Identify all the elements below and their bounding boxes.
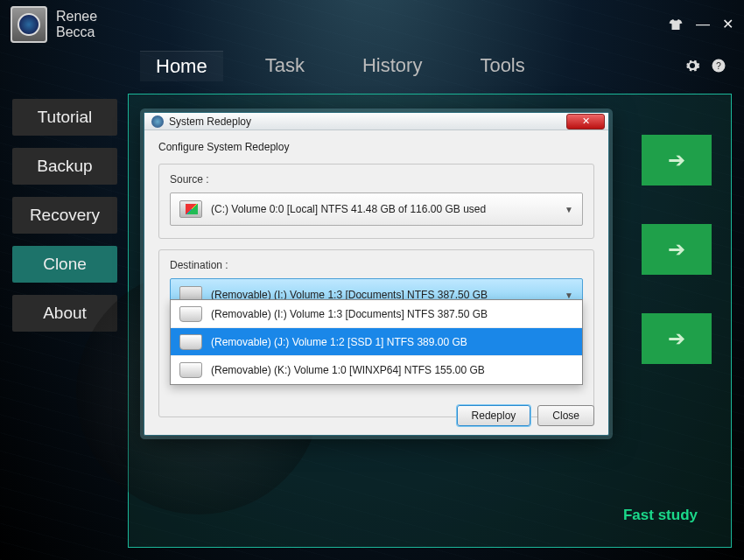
dialog-titlebar[interactable]: System Redeploy ✕	[144, 113, 608, 130]
destination-label: Destination :	[170, 259, 583, 271]
destination-dropdown: (Removable) (I:) Volume 1:3 [Documents] …	[170, 299, 583, 385]
arrow-right-icon: ➔	[668, 148, 685, 172]
app-logo	[11, 6, 47, 43]
destination-group: Destination : (Removable) (I:) Volume 1:…	[158, 249, 594, 417]
fast-study-link[interactable]: Fast study	[623, 507, 698, 524]
minimize-button[interactable]: —	[696, 17, 710, 32]
destination-option-label: (Removable) (I:) Volume 1:3 [Documents] …	[211, 308, 488, 320]
system-redeploy-dialog: System Redeploy ✕ Configure System Redep…	[144, 112, 609, 436]
sidebar-item-recovery[interactable]: Recovery	[12, 197, 117, 234]
gear-icon[interactable]	[684, 58, 700, 74]
close-window-button[interactable]: ✕	[722, 16, 733, 32]
tab-history[interactable]: History	[347, 51, 438, 80]
nav-tabs: Home Task History Tools ?	[0, 48, 744, 83]
destination-option-0[interactable]: (Removable) (I:) Volume 1:3 [Documents] …	[171, 300, 582, 328]
tshirt-icon[interactable]	[668, 18, 684, 31]
arrow-right-icon: ➔	[668, 326, 685, 351]
redeploy-button[interactable]: Redeploy	[457, 405, 531, 426]
destination-option-2[interactable]: (Removable) (K:) Volume 1:0 [WINXP64] NT…	[171, 356, 582, 384]
source-group: Source : (C:) Volume 0:0 [Local] NTFS 41…	[158, 164, 594, 239]
source-combo[interactable]: (C:) Volume 0:0 [Local] NTFS 41.48 GB of…	[170, 192, 583, 226]
source-value: (C:) Volume 0:0 [Local] NTFS 41.48 GB of…	[211, 203, 486, 215]
arrow-right-icon: ➔	[668, 237, 685, 262]
removable-drive-icon	[179, 334, 202, 350]
dialog-title-text: System Redeploy	[169, 116, 251, 128]
destination-option-label: (Removable) (K:) Volume 1:0 [WINXP64] NT…	[211, 364, 485, 376]
app-title-line1: Renee	[56, 9, 97, 24]
action-card-3[interactable]: ➔	[642, 313, 712, 364]
removable-drive-icon	[179, 362, 202, 378]
tab-task[interactable]: Task	[249, 51, 320, 80]
tab-tools[interactable]: Tools	[464, 51, 540, 80]
action-card-1[interactable]: ➔	[642, 135, 712, 186]
windows-drive-icon	[179, 200, 202, 218]
chevron-down-icon: ▼	[565, 205, 573, 214]
destination-option-label: (Removable) (J:) Volume 1:2 [SSD 1] NTFS…	[211, 336, 467, 348]
titlebar: Renee Becca — ✕	[0, 0, 744, 48]
sidebar-item-clone[interactable]: Clone	[12, 246, 117, 283]
removable-drive-icon	[179, 306, 202, 322]
help-icon[interactable]: ?	[711, 58, 726, 74]
chevron-down-icon: ▼	[565, 290, 573, 300]
source-label: Source :	[170, 173, 583, 186]
action-card-2[interactable]: ➔	[642, 224, 712, 275]
svg-text:?: ?	[716, 60, 721, 71]
dialog-subtitle: Configure System Redeploy	[158, 141, 594, 153]
sidebar-item-backup[interactable]: Backup	[12, 148, 117, 185]
destination-option-1[interactable]: (Removable) (J:) Volume 1:2 [SSD 1] NTFS…	[171, 328, 582, 356]
sidebar-item-tutorial[interactable]: Tutorial	[12, 99, 117, 136]
tab-home[interactable]: Home	[140, 51, 223, 81]
dialog-title-icon	[151, 116, 164, 128]
dialog-close-button[interactable]: ✕	[566, 114, 605, 130]
close-button[interactable]: Close	[537, 405, 594, 426]
app-title: Renee Becca	[56, 9, 97, 39]
app-title-line2: Becca	[56, 24, 97, 40]
